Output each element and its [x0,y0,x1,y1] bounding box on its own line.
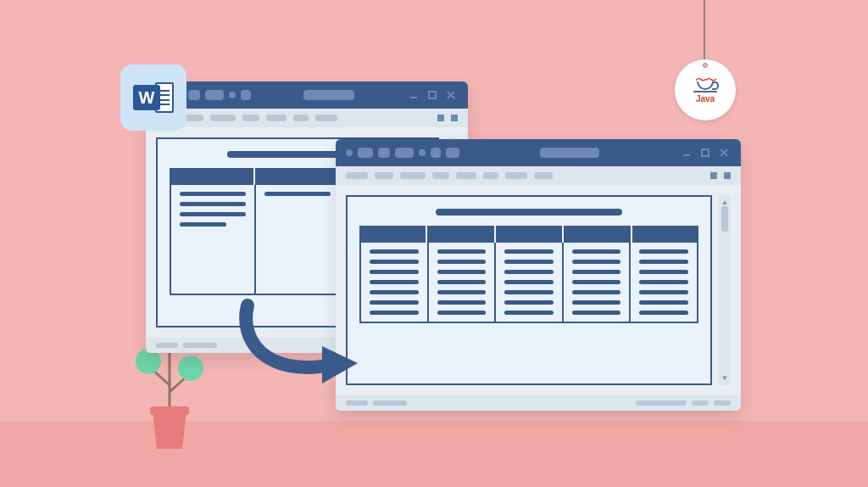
ribbon-tab[interactable] [483,172,498,179]
ribbon-tab[interactable] [456,172,476,179]
table-column [564,243,632,322]
table-header-cell [496,226,564,243]
cell-content [504,311,554,315]
ribbon-tab[interactable] [375,172,393,179]
cell-content [264,192,331,196]
ribbon-tab[interactable] [210,115,236,121]
table-header-cell [170,168,255,185]
cell-content [572,270,621,274]
cell-content [180,192,246,196]
svg-rect-12 [702,149,709,156]
scroll-up-icon[interactable]: ▲ [721,199,728,206]
cell-content [572,311,621,315]
titlebar-item [378,148,390,158]
ribbon-tab[interactable] [293,115,309,121]
java-label: Java [696,94,715,104]
cell-content [639,249,688,254]
java-saucer-icon [693,91,717,92]
titlebar-item [205,90,224,100]
cell-content [572,260,621,264]
minimize-button[interactable] [680,147,693,159]
status-item [346,400,368,406]
ribbon-button[interactable] [724,172,731,179]
cell-content [504,249,554,254]
ribbon-tab[interactable] [346,172,368,179]
table-column [256,185,341,294]
transform-arrow-icon [231,297,375,399]
titlebar [146,81,468,109]
ribbon-tab[interactable] [505,172,527,179]
cell-content [180,202,246,206]
cell-content [639,270,688,274]
cell-content [639,311,688,315]
scroll-down-icon[interactable]: ▼ [721,374,728,382]
status-bar [336,395,741,411]
cell-content [437,270,487,274]
status-item [692,400,709,406]
titlebar-item [395,148,414,158]
ribbon-button[interactable] [437,115,444,121]
titlebar-title [540,148,599,158]
titlebar-item [431,148,441,158]
cell-content [639,300,688,305]
cell-content [572,300,621,305]
document-page [346,195,712,385]
cell-content [504,280,554,284]
cell-content [639,260,688,264]
svg-point-5 [178,355,203,381]
ribbon-tab[interactable] [185,115,203,121]
word-icon: W [133,82,174,113]
maximize-button[interactable] [698,147,712,159]
tag-hole [703,63,708,68]
table-column [631,243,697,322]
titlebar-item [358,148,373,158]
table-column [496,243,564,322]
cell-content [370,260,419,264]
ribbon-tab[interactable] [400,172,426,179]
table-header-cell [359,226,427,243]
cell-content [437,311,487,315]
titlebar-dot [419,149,426,156]
ribbon-tab[interactable] [315,115,337,121]
cell-content [639,290,688,294]
cell-content [180,222,226,227]
ribbon-button[interactable] [451,115,458,121]
cell-content [437,260,487,264]
cell-content [370,249,419,254]
table-body [359,243,698,323]
cell-content [504,260,554,264]
ribbon-bar [146,109,468,127]
word-app-badge: W [120,64,186,131]
maximize-button[interactable] [426,89,439,101]
cell-content [370,311,419,315]
ribbon-bar [336,166,741,185]
titlebar-dot [346,149,353,156]
table-header-cell [632,226,698,243]
table-header-cell [564,226,632,243]
titlebar [336,139,741,166]
cell-content [504,300,554,305]
ribbon-button[interactable] [710,172,717,179]
java-cup-icon [697,81,714,90]
ribbon-tab[interactable] [432,172,449,179]
status-item [373,400,407,406]
vertical-scrollbar[interactable]: ▲ ▼ [719,195,731,385]
minimize-button[interactable] [407,89,420,101]
java-tag: 〜〜 Java [675,59,736,120]
cell-content [370,270,419,274]
cell-content [572,290,621,294]
ribbon-tab[interactable] [534,172,553,179]
cell-content [370,280,419,284]
close-button[interactable] [717,147,731,159]
scroll-thumb[interactable] [721,206,728,232]
ribbon-tab[interactable] [266,115,287,121]
ribbon-tab[interactable] [242,115,259,121]
cell-content [180,212,246,216]
table-header-row [359,226,698,243]
close-button[interactable] [444,89,458,101]
document-area: ▲ ▼ [336,185,741,395]
titlebar-item [241,90,251,100]
status-item [183,343,217,348]
target-table [359,226,698,323]
titlebar-item [446,148,459,158]
